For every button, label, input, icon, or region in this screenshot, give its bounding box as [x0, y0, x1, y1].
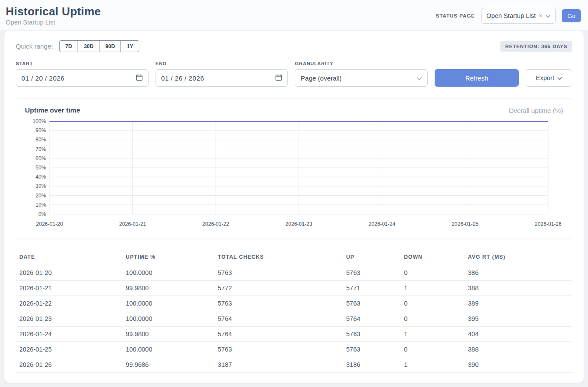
quick-range-90d[interactable]: 90D — [99, 40, 121, 52]
table-cell: 2026-01-20 — [16, 265, 122, 281]
table-cell: 386 — [464, 265, 572, 281]
table-cell: 395 — [464, 311, 572, 327]
table-cell: 5763 — [343, 327, 400, 342]
go-button[interactable]: Go — [562, 9, 581, 22]
topbar-controls: STATUS PAGE Open Startup List × Go — [436, 8, 581, 24]
table-cell: 99.9686 — [122, 357, 214, 373]
column-header: AVG RT (MS) — [464, 250, 572, 265]
table-cell: 5763 — [214, 296, 343, 311]
start-date-input[interactable]: 01 / 20 / 2026 — [16, 69, 149, 87]
table-cell: 3187 — [214, 357, 343, 373]
svg-text:70%: 70% — [35, 146, 46, 152]
calendar-icon[interactable] — [275, 74, 282, 82]
table-cell: 388 — [464, 342, 572, 357]
table-cell: 100.0000 — [122, 296, 214, 311]
svg-text:40%: 40% — [35, 174, 46, 180]
quick-range-7d[interactable]: 7D — [59, 40, 78, 52]
table-row: 2026-01-22100.0000576357630389 — [16, 296, 572, 311]
svg-text:80%: 80% — [35, 137, 46, 143]
table-cell: 3186 — [343, 357, 400, 373]
svg-text:2026-01-26: 2026-01-26 — [535, 221, 562, 227]
table-cell: 1 — [400, 281, 464, 296]
quick-range-1y[interactable]: 1Y — [120, 40, 139, 52]
start-date-value: 01 / 20 / 2026 — [21, 74, 64, 82]
svg-text:2026-01-21: 2026-01-21 — [119, 221, 146, 227]
table-cell: 100.0000 — [122, 265, 214, 281]
column-header: UP — [343, 250, 400, 265]
quick-range-label: Quick range: — [16, 42, 53, 50]
svg-text:10%: 10% — [35, 202, 46, 208]
table-cell: 0 — [400, 342, 464, 357]
uptime-table: DATEUPTIME %TOTAL CHECKSUPDOWNAVG RT (MS… — [16, 250, 572, 373]
granularity-select[interactable]: Page (overall) — [295, 69, 428, 87]
status-page-label: STATUS PAGE — [436, 13, 475, 18]
retention-badge: RETENTION: 365 DAYS — [500, 41, 572, 52]
column-header: TOTAL CHECKS — [214, 250, 343, 265]
table-row: 2026-01-2499.9800576457631404 — [16, 327, 572, 342]
title-block: Historical Uptime Open Startup List — [6, 5, 101, 26]
granularity-field-group: GRANULARITY Page (overall) — [295, 61, 428, 87]
quick-range-30d[interactable]: 30D — [78, 40, 99, 52]
svg-text:100%: 100% — [32, 118, 46, 124]
end-date-value: 01 / 26 / 2026 — [161, 74, 204, 82]
table-cell: 5763 — [343, 342, 400, 357]
svg-text:2026-01-25: 2026-01-25 — [452, 221, 479, 227]
table-cell: 5764 — [214, 327, 343, 342]
status-page-select[interactable]: Open Startup List × — [481, 8, 556, 24]
export-button[interactable]: Export — [526, 69, 572, 87]
table-row: 2026-01-2699.9686318731861390 — [16, 357, 572, 373]
status-page-selected-value: Open Startup List — [486, 12, 536, 19]
table-cell: 2026-01-25 — [16, 342, 122, 357]
table-row: 2026-01-20100.0000576357630386 — [16, 265, 572, 281]
table-cell: 100.0000 — [122, 311, 214, 327]
quick-range-group: 7D30D90D1Y — [59, 40, 139, 52]
table-cell: 0 — [400, 296, 464, 311]
start-label: START — [16, 61, 149, 66]
column-header: DATE — [16, 250, 122, 265]
svg-text:0%: 0% — [39, 211, 46, 217]
table-row: 2026-01-25100.0000576357630388 — [16, 342, 572, 357]
uptime-chart: 0%10%20%30%40%50%60%70%80%90%100%2026-01… — [25, 118, 563, 231]
table-cell: 5763 — [214, 265, 343, 281]
chart-title: Uptime over time — [25, 106, 80, 114]
svg-text:2026-01-23: 2026-01-23 — [285, 221, 312, 227]
chevron-down-icon — [557, 74, 562, 81]
column-header: UPTIME % — [122, 250, 214, 265]
svg-text:2026-01-20: 2026-01-20 — [36, 221, 63, 227]
export-button-label: Export — [536, 74, 554, 81]
filters-row: START 01 / 20 / 2026 END 01 / 26 / 2026 … — [16, 61, 572, 87]
table-cell: 0 — [400, 311, 464, 327]
topbar: Historical Uptime Open Startup List STAT… — [0, 0, 588, 30]
table-cell: 1 — [400, 357, 464, 373]
table-cell: 390 — [464, 357, 572, 373]
table-cell: 99.9800 — [122, 281, 214, 296]
svg-text:50%: 50% — [35, 165, 46, 171]
table-cell: 0 — [400, 265, 464, 281]
svg-text:60%: 60% — [35, 155, 46, 162]
clear-selection-icon[interactable]: × — [539, 13, 542, 19]
table-cell: 2026-01-22 — [16, 296, 122, 311]
table-cell: 404 — [464, 327, 572, 342]
page-title: Historical Uptime — [6, 5, 101, 18]
chevron-down-icon — [417, 74, 422, 82]
table-cell: 5764 — [343, 311, 400, 327]
table-cell: 5772 — [214, 281, 343, 296]
end-date-input[interactable]: 01 / 26 / 2026 — [156, 69, 288, 87]
table-header-row: DATEUPTIME %TOTAL CHECKSUPDOWNAVG RT (MS… — [16, 250, 572, 265]
refresh-button[interactable]: Refresh — [435, 69, 519, 87]
table-cell: 388 — [464, 281, 572, 296]
chevron-down-icon — [545, 12, 550, 19]
granularity-selected-value: Page (overall) — [301, 74, 341, 82]
svg-text:90%: 90% — [35, 127, 46, 134]
table-cell: 5763 — [214, 342, 343, 357]
table-cell: 2026-01-24 — [16, 327, 122, 342]
table-row: 2026-01-2199.9800577257711388 — [16, 281, 572, 296]
svg-text:2026-01-24: 2026-01-24 — [368, 221, 396, 227]
uptime-chart-card: Uptime over time Overall uptime (%) 0%10… — [16, 98, 572, 239]
svg-text:20%: 20% — [35, 193, 46, 199]
main-card: Quick range: 7D30D90D1Y RETENTION: 365 D… — [4, 31, 584, 383]
calendar-icon[interactable] — [136, 74, 143, 82]
table-cell: 5771 — [343, 281, 400, 296]
table-cell: 2026-01-26 — [16, 357, 122, 373]
table-cell: 1 — [400, 327, 464, 342]
